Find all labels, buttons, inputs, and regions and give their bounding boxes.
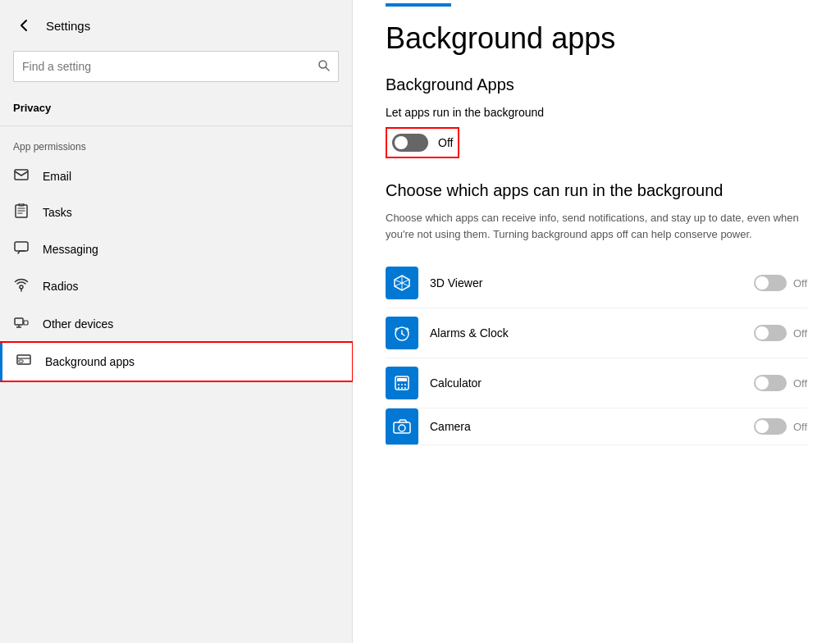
search-icon <box>318 60 330 74</box>
sidebar-item-label-tasks: Tasks <box>43 206 72 219</box>
background-toggle-switch[interactable] <box>392 134 428 152</box>
svg-line-20 <box>402 334 404 335</box>
sidebar-item-radios[interactable]: Radios <box>0 267 352 305</box>
sidebar-item-label-background-apps: Background apps <box>45 355 135 368</box>
sidebar: Settings Privacy App permissions Email <box>0 0 353 643</box>
svg-rect-8 <box>24 321 28 325</box>
email-icon <box>13 169 30 184</box>
alarms-clock-name: Alarms & Clock <box>430 326 742 340</box>
search-box[interactable] <box>13 51 339 82</box>
section1-title: Background Apps <box>386 75 807 94</box>
svg-point-28 <box>404 387 406 389</box>
sidebar-item-messaging[interactable]: Messaging <box>0 231 352 267</box>
svg-point-24 <box>401 384 403 385</box>
sidebar-item-email[interactable]: Email <box>0 159 352 194</box>
search-input[interactable] <box>22 60 318 73</box>
3d-viewer-name: 3D Viewer <box>430 276 742 290</box>
privacy-label: Privacy <box>0 95 352 122</box>
camera-state: Off <box>793 421 807 433</box>
sidebar-item-other-devices[interactable]: Other devices <box>0 305 352 343</box>
alarms-toggle[interactable] <box>754 325 787 341</box>
background-toggle-row: Off <box>386 127 459 158</box>
app-list: 3D Viewer Off Alarms & Clock <box>386 258 807 445</box>
alarms-toggle-row: Off <box>754 325 807 341</box>
calculator-icon <box>386 367 418 399</box>
section2-title: Choose which apps can run in the backgro… <box>386 181 807 200</box>
calculator-toggle[interactable] <box>754 375 787 391</box>
main-content: Background apps Background Apps Let apps… <box>353 0 840 643</box>
calculator-toggle-thumb <box>756 376 769 390</box>
toggle-thumb <box>395 136 408 149</box>
3d-viewer-state: Off <box>793 277 807 290</box>
camera-icon <box>386 408 418 445</box>
alarms-toggle-thumb <box>756 326 769 340</box>
sidebar-item-label-email: Email <box>43 170 71 183</box>
divider <box>0 125 352 126</box>
calculator-toggle-row: Off <box>754 375 807 391</box>
svg-rect-7 <box>15 318 23 325</box>
section2-desc: Choose which apps can receive info, send… <box>386 210 807 242</box>
messaging-icon <box>13 241 30 258</box>
camera-toggle-thumb <box>756 420 769 433</box>
3d-viewer-toggle[interactable] <box>754 275 787 291</box>
sidebar-header: Settings <box>0 0 352 48</box>
sidebar-title: Settings <box>46 19 90 33</box>
sidebar-item-label-messaging: Messaging <box>43 243 98 256</box>
background-apps-icon <box>16 353 32 371</box>
table-row: Camera Off <box>386 408 807 445</box>
app-permissions-label: App permissions <box>0 130 352 159</box>
svg-rect-22 <box>397 378 407 381</box>
3d-viewer-toggle-thumb <box>756 276 769 290</box>
page-title: Background apps <box>386 21 807 56</box>
camera-name: Camera <box>430 420 742 433</box>
svg-rect-1 <box>15 170 28 180</box>
other-devices-icon <box>13 315 30 333</box>
sidebar-item-label-other-devices: Other devices <box>43 317 113 331</box>
calculator-state: Off <box>793 377 807 390</box>
table-row: Alarms & Clock Off <box>386 308 807 358</box>
3d-viewer-toggle-row: Off <box>754 275 807 291</box>
alarms-state: Off <box>793 327 807 340</box>
svg-point-23 <box>398 384 399 385</box>
toggle-off-label: Off <box>438 136 453 149</box>
sidebar-item-label-radios: Radios <box>43 280 79 293</box>
table-row: 3D Viewer Off <box>386 258 807 308</box>
svg-point-25 <box>404 384 406 385</box>
background-toggle-label: Let apps run in the background <box>386 106 807 119</box>
calculator-name: Calculator <box>430 376 742 390</box>
3d-viewer-icon <box>386 267 418 299</box>
table-row: Calculator Off <box>386 358 807 408</box>
svg-point-26 <box>398 387 399 389</box>
sidebar-item-background-apps[interactable]: Background apps <box>0 343 352 381</box>
search-container <box>0 48 352 95</box>
svg-point-30 <box>399 425 405 431</box>
camera-toggle-row: Off <box>754 418 807 435</box>
toggle-track <box>392 134 428 152</box>
back-button[interactable] <box>13 15 34 36</box>
alarms-clock-icon <box>386 317 418 349</box>
camera-toggle[interactable] <box>754 418 787 435</box>
svg-rect-4 <box>15 242 28 251</box>
radios-icon <box>13 277 30 295</box>
svg-point-27 <box>401 387 403 389</box>
sidebar-item-tasks[interactable]: Tasks <box>0 194 352 231</box>
tasks-icon <box>13 203 30 221</box>
accent-bar <box>386 3 451 7</box>
svg-rect-13 <box>19 360 23 363</box>
